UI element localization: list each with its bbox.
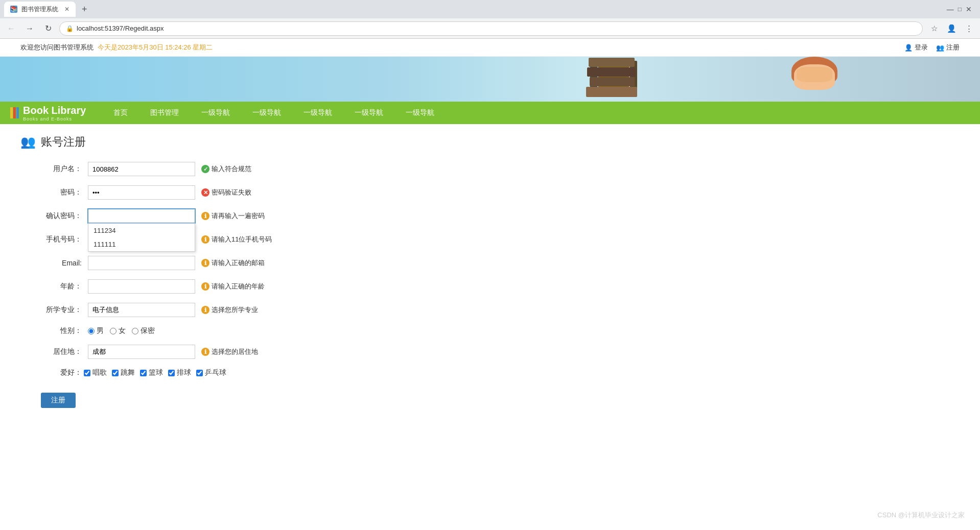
maximize-button[interactable]: □ — [958, 6, 962, 13]
browser-chrome: 📚 图书管理系统 ✕ + — □ ✕ ← → ↻ 🔒 localhost:513… — [0, 0, 980, 39]
residence-row: 居住地： ℹ 选择您的居住地 — [41, 345, 439, 359]
password-hint-icon: ✕ — [201, 188, 209, 197]
username-input[interactable] — [88, 162, 195, 176]
page-title-section: 👥 账号注册 — [20, 134, 439, 150]
email-row: Email: ℹ 请输入正确的邮箱 — [41, 256, 439, 270]
tab-favicon: 📚 — [10, 6, 17, 13]
profile-button[interactable]: 👤 — [944, 21, 959, 36]
datetime-text: 今天是2023年5月30日 15:24:26 星期二 — [98, 43, 213, 52]
age-label: 年龄： — [41, 282, 82, 291]
major-hint-text: 选择您所学专业 — [212, 305, 258, 315]
autocomplete-item-2[interactable]: 111111 — [88, 237, 195, 251]
gender-female-label[interactable]: 女 — [110, 326, 126, 335]
hobby-basketball-checkbox[interactable] — [140, 370, 147, 376]
residence-label: 居住地： — [41, 347, 82, 356]
age-hint-text: 请输入正确的年龄 — [212, 282, 265, 291]
password-input[interactable] — [88, 185, 195, 200]
gender-row: 性别： 男 女 保密 — [41, 326, 439, 335]
hobby-volleyball-text: 排球 — [177, 368, 191, 377]
bookmark-button[interactable]: ☆ — [927, 21, 941, 36]
forward-button[interactable]: → — [22, 21, 37, 36]
nav-item-5[interactable]: 一级导航 — [394, 102, 446, 124]
phone-hint-text: 请输入11位手机号码 — [212, 235, 272, 244]
hobby-pingpong-text: 乒乓球 — [205, 368, 226, 377]
close-window-button[interactable]: ✕ — [966, 5, 972, 13]
hobby-basketball-text: 篮球 — [149, 368, 163, 377]
gender-secret-text: 保密 — [141, 326, 155, 335]
age-hint: ℹ 请输入正确的年龄 — [201, 282, 265, 291]
submit-section: 注册 — [41, 388, 439, 408]
submit-button[interactable]: 注册 — [41, 393, 76, 408]
confirm-password-input[interactable] — [88, 209, 195, 223]
hobby-dancing-label[interactable]: 跳舞 — [112, 368, 135, 377]
minimize-button[interactable]: — — [947, 5, 954, 13]
register-button[interactable]: 👥 注册 — [936, 43, 960, 52]
browser-tab-active[interactable]: 📚 图书管理系统 ✕ — [4, 2, 76, 17]
back-button[interactable]: ← — [4, 21, 18, 36]
hobby-basketball-label[interactable]: 篮球 — [140, 368, 163, 377]
nav-item-2[interactable]: 一级导航 — [241, 102, 292, 124]
password-row: 密码： ✕ 密码验证失败 — [41, 185, 439, 200]
email-hint-text: 请输入正确的邮箱 — [212, 258, 265, 268]
email-hint-icon: ℹ — [201, 259, 209, 267]
password-hint-text: 密码验证失败 — [212, 188, 251, 197]
residence-hint-text: 选择您的居住地 — [212, 347, 258, 356]
gender-female-text: 女 — [119, 326, 126, 335]
confirm-password-hint: ℹ 请再输入一遍密码 — [201, 211, 265, 221]
hero-books-2 — [591, 58, 637, 97]
hobby-pingpong-label[interactable]: 乒乓球 — [196, 368, 226, 377]
gender-male-radio[interactable] — [88, 328, 95, 334]
address-bar[interactable]: 🔒 localhost:51397/Regedit.aspx — [59, 21, 923, 36]
hobby-dancing-checkbox[interactable] — [112, 370, 119, 376]
hobby-volleyball-label[interactable]: 排球 — [168, 368, 191, 377]
nav-item-3[interactable]: 一级导航 — [292, 102, 343, 124]
gender-female-radio[interactable] — [110, 328, 116, 334]
gender-label: 性别： — [41, 326, 82, 335]
residence-input[interactable] — [88, 345, 195, 359]
autocomplete-item-1[interactable]: 111234 — [88, 224, 195, 237]
hero-banner — [0, 57, 980, 102]
major-input[interactable] — [88, 303, 195, 317]
gender-male-label[interactable]: 男 — [88, 326, 104, 335]
new-tab-button[interactable]: + — [78, 4, 91, 15]
phone-label: 手机号码： — [41, 235, 82, 244]
menu-button[interactable]: ⋮ — [962, 21, 976, 36]
welcome-text: 欢迎您访问图书管理系统 — [20, 43, 94, 52]
top-bar: 欢迎您访问图书管理系统 今天是2023年5月30日 15:24:26 星期二 👤… — [0, 39, 980, 57]
hobby-singing-label[interactable]: 唱歌 — [84, 368, 107, 377]
login-button[interactable]: 👤 登录 — [904, 43, 928, 52]
nav-items: 首页 图书管理 一级导航 一级导航 一级导航 一级导航 一级导航 — [102, 102, 446, 124]
gender-secret-radio[interactable] — [132, 328, 138, 334]
hobby-volleyball-checkbox[interactable] — [168, 370, 175, 376]
register-label: 注册 — [946, 43, 960, 52]
login-label: 登录 — [915, 43, 928, 52]
page-wrapper: 欢迎您访问图书管理系统 今天是2023年5月30日 15:24:26 星期二 👤… — [0, 39, 980, 428]
gender-secret-label[interactable]: 保密 — [132, 326, 155, 335]
residence-hint-icon: ℹ — [201, 348, 209, 356]
age-hint-icon: ℹ — [201, 282, 209, 291]
nav-item-1[interactable]: 一级导航 — [190, 102, 241, 124]
email-input[interactable] — [88, 256, 195, 270]
hobby-pingpong-checkbox[interactable] — [196, 370, 203, 376]
tab-close-button[interactable]: ✕ — [64, 6, 69, 13]
lock-icon: 🔒 — [66, 25, 74, 32]
page-title: 账号注册 — [41, 134, 86, 150]
nav-item-books[interactable]: 图书管理 — [139, 102, 190, 124]
tab-title: 图书管理系统 — [21, 5, 58, 14]
hobbies-checkbox-group: 唱歌 跳舞 篮球 排球 — [84, 368, 226, 377]
nav-logo-title: Book Library — [23, 105, 86, 116]
autocomplete-dropdown: 111234 111111 — [88, 223, 195, 252]
username-hint: ✓ 输入符合规范 — [201, 164, 251, 174]
major-label: 所学专业： — [41, 305, 82, 315]
user-icon: 👤 — [904, 44, 913, 52]
nav-item-4[interactable]: 一级导航 — [343, 102, 394, 124]
main-content: 👥 账号注册 用户名： ✓ 输入符合规范 密码： ✕ 密码验证失败 — [0, 124, 460, 428]
phone-hint: ℹ 请输入11位手机号码 — [201, 235, 272, 244]
browser-tab-bar: 📚 图书管理系统 ✕ + — □ ✕ — [0, 0, 980, 18]
hobby-singing-checkbox[interactable] — [84, 370, 90, 376]
refresh-button[interactable]: ↻ — [41, 21, 55, 36]
url-text: localhost:51397/Regedit.aspx — [77, 25, 164, 32]
age-input[interactable] — [88, 279, 195, 294]
nav-item-home[interactable]: 首页 — [102, 102, 139, 124]
major-hint-icon: ℹ — [201, 306, 209, 314]
